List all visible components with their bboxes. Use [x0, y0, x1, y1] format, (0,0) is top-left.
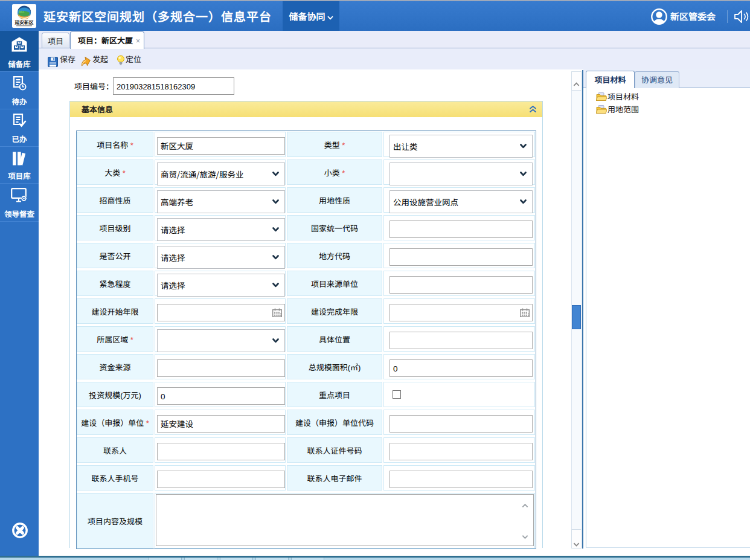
svg-text:延安新区: 延安新区 — [14, 19, 33, 25]
